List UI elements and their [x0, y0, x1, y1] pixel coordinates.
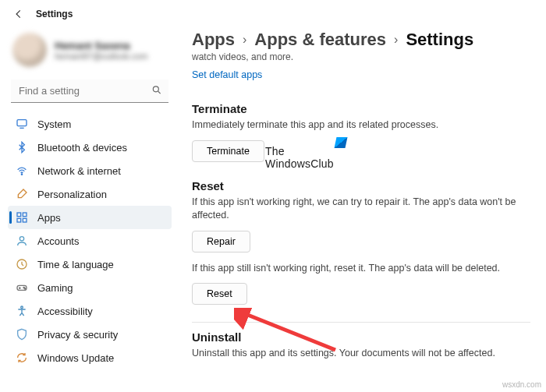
intro-text: watch videos, and more.	[192, 51, 530, 62]
bluetooth-icon	[16, 141, 28, 154]
divider	[192, 322, 530, 323]
sidebar-item-label: Privacy & security	[37, 329, 118, 341]
terminate-button[interactable]: Terminate	[192, 140, 264, 162]
sidebar-item-time[interactable]: Time & language	[8, 253, 172, 276]
sidebar-item-accounts[interactable]: Accounts	[8, 229, 172, 253]
user-profile[interactable]: Hemant Saxena hemant97@outlook.com	[8, 30, 172, 75]
svg-rect-4	[23, 213, 27, 217]
sidebar-item-apps[interactable]: Apps	[8, 206, 172, 229]
sidebar-item-gaming[interactable]: Gaming	[8, 276, 172, 299]
sidebar-item-personalization[interactable]: Personalization	[8, 182, 172, 206]
reset-desc: If this app still isn't working right, r…	[192, 262, 530, 276]
set-default-apps-link[interactable]: Set default apps	[192, 69, 262, 80]
reset-button[interactable]: Reset	[192, 283, 247, 305]
breadcrumb: Apps › Apps & features › Settings	[192, 30, 530, 50]
search-input[interactable]	[11, 79, 168, 103]
user-email: hemant97@outlook.com	[55, 51, 147, 61]
wifi-icon	[16, 164, 28, 177]
sidebar-item-system[interactable]: System	[8, 112, 172, 136]
uninstall-desc: Uninstall this app and its settings. You…	[192, 347, 530, 361]
crumb-current: Settings	[406, 30, 473, 50]
terminate-desc: Immediately terminate this app and its r…	[192, 118, 530, 132]
chevron-right-icon: ›	[243, 33, 246, 47]
sidebar-item-label: Accounts	[37, 235, 79, 247]
svg-rect-3	[17, 213, 21, 217]
crumb-apps[interactable]: Apps	[192, 30, 235, 50]
main-content: Apps › Apps & features › Settings watch …	[179, 25, 546, 377]
svg-rect-6	[23, 218, 27, 222]
svg-point-11	[24, 288, 25, 289]
user-icon	[16, 235, 28, 247]
sidebar-item-bluetooth[interactable]: Bluetooth & devices	[8, 136, 172, 159]
sidebar-item-privacy[interactable]: Privacy & security	[8, 323, 172, 346]
apps-icon	[16, 211, 28, 224]
system-icon	[16, 118, 28, 130]
svg-point-7	[20, 237, 23, 241]
reset-heading: Reset	[192, 179, 530, 192]
sidebar-item-label: Time & language	[37, 259, 114, 270]
gamepad-icon	[16, 281, 28, 294]
sidebar-item-label: Network & internet	[37, 165, 121, 177]
crumb-features[interactable]: Apps & features	[254, 30, 386, 50]
terminate-heading: Terminate	[192, 102, 530, 115]
sidebar-item-label: Gaming	[37, 282, 73, 294]
search-icon	[151, 85, 162, 98]
sidebar-item-accessibility[interactable]: Accessibility	[8, 299, 172, 323]
sidebar-item-label: System	[37, 118, 71, 130]
svg-point-12	[21, 306, 23, 309]
reset-repair-desc: If this app isn't working right, we can …	[192, 196, 530, 223]
back-button[interactable]	[11, 6, 27, 22]
clock-icon	[16, 258, 28, 270]
chevron-right-icon: ›	[394, 33, 398, 47]
sidebar-item-label: Bluetooth & devices	[37, 142, 127, 154]
accessibility-icon	[16, 305, 28, 317]
update-icon	[16, 351, 28, 364]
uninstall-heading: Uninstall	[192, 330, 530, 344]
avatar	[12, 33, 47, 67]
sidebar-item-label: Windows Update	[37, 352, 114, 364]
source-watermark: wsxdn.com	[502, 380, 541, 389]
sidebar-item-update[interactable]: Windows Update	[8, 346, 172, 369]
sidebar-item-network[interactable]: Network & internet	[8, 159, 172, 182]
repair-button[interactable]: Repair	[192, 231, 250, 253]
sidebar-item-label: Apps	[37, 212, 61, 224]
user-name: Hemant Saxena	[55, 40, 147, 51]
sidebar: Hemant Saxena hemant97@outlook.com Syste…	[0, 25, 179, 377]
brush-icon	[16, 188, 28, 200]
svg-point-2	[21, 174, 22, 175]
svg-point-0	[153, 87, 158, 92]
sidebar-item-label: Accessibility	[37, 305, 93, 317]
svg-rect-5	[17, 218, 21, 222]
svg-rect-1	[17, 120, 27, 126]
sidebar-item-label: Personalization	[37, 189, 107, 200]
window-title: Settings	[36, 9, 73, 19]
shield-icon	[16, 328, 28, 341]
